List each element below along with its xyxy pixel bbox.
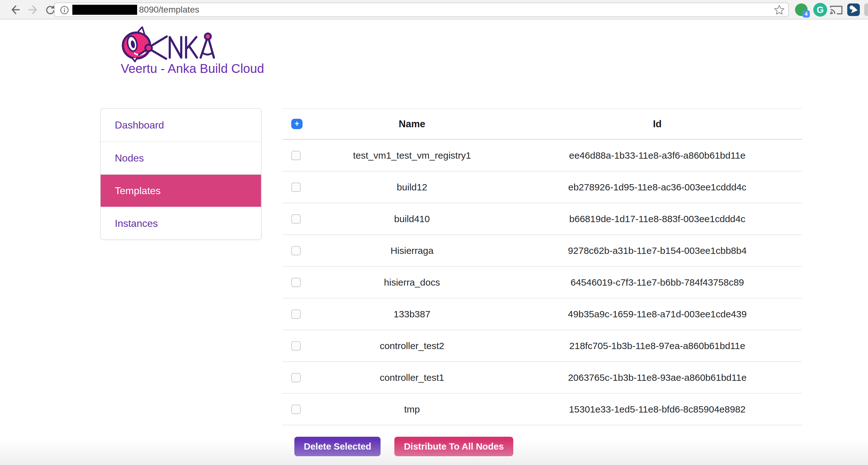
column-header-id: Id	[513, 119, 802, 130]
row-checkbox[interactable]	[291, 182, 301, 192]
forward-icon[interactable]	[28, 4, 39, 15]
row-checkbox[interactable]	[291, 405, 301, 414]
sidebar-item-dashboard[interactable]: Dashboard	[101, 109, 261, 141]
template-id: ee46d88a-1b33-11e8-a3f6-a860b61bd11e	[513, 150, 802, 161]
partial-extension-icon[interactable]	[864, 3, 868, 16]
template-name: build12	[311, 182, 513, 193]
sidebar-item-templates[interactable]: Templates	[101, 174, 261, 207]
template-row: build12eb278926-1d95-11e8-ac36-003ee1cdd…	[282, 171, 802, 203]
template-row: tmp15301e33-1ed5-11e8-bfd6-8c85904e8982	[282, 394, 802, 425]
template-name: tmp	[311, 404, 513, 415]
redacted-host	[72, 5, 137, 15]
page-title: Veertu - Anka Build Cloud	[121, 62, 264, 76]
template-name: controller_test1	[311, 372, 513, 383]
templates-table-body: test_vm1_test_vm_registry1ee46d88a-1b33-…	[282, 140, 802, 425]
table-header-row: + Name Id	[282, 108, 802, 140]
template-id: 2063765c-1b3b-11e8-93ae-a860b61bd11e	[513, 372, 802, 383]
sidebar-item-label: Nodes	[115, 153, 144, 164]
row-checkbox[interactable]	[291, 341, 301, 351]
template-name: 133b387	[311, 309, 513, 320]
column-header-name: Name	[311, 119, 513, 130]
sidebar-item-label: Instances	[115, 218, 158, 229]
bottom-fade	[0, 440, 868, 465]
template-name: test_vm1_test_vm_registry1	[311, 150, 513, 161]
template-row: test_vm1_test_vm_registry1ee46d88a-1b33-…	[282, 140, 802, 171]
sidebar-menu: DashboardNodesTemplatesInstances	[100, 108, 262, 240]
template-id: 9278c62b-a31b-11e7-b154-003ee1cbb8b4	[513, 245, 802, 256]
row-checkbox[interactable]	[291, 246, 301, 256]
row-checkbox[interactable]	[291, 214, 301, 224]
row-checkbox[interactable]	[291, 151, 301, 160]
anka-logo	[121, 26, 215, 63]
sidebar-item-instances[interactable]: Instances	[101, 207, 261, 239]
back-icon[interactable]	[9, 4, 21, 15]
template-name: controller_test2	[311, 340, 513, 351]
row-checkbox[interactable]	[291, 309, 301, 319]
extension-badge: 4	[803, 10, 810, 18]
template-name: Hisierraga	[311, 245, 513, 256]
template-id: 64546019-c7f3-11e7-b6bb-784f43758c89	[513, 277, 802, 288]
template-name: hisierra_docs	[311, 277, 513, 288]
template-row: 133b38749b35a9c-1659-11e8-a71d-003ee1cde…	[282, 298, 802, 330]
url-text[interactable]: 8090/templates	[139, 3, 199, 16]
template-row: controller_test2218fc705-1b3b-11e8-97ea-…	[282, 330, 802, 362]
browser-toolbar: 8090/templates 4 G	[0, 0, 868, 20]
templates-table: + Name Id test_vm1_test_vm_registry1ee46…	[282, 108, 802, 425]
row-checkbox[interactable]	[291, 278, 301, 287]
row-checkbox[interactable]	[291, 373, 301, 383]
add-template-button[interactable]: +	[291, 119, 303, 129]
template-name: build410	[311, 214, 513, 224]
template-row: Hisierraga9278c62b-a31b-11e7-b154-003ee1…	[282, 235, 802, 267]
blue-extension-icon[interactable]	[847, 3, 860, 16]
sidebar-item-label: Dashboard	[115, 120, 164, 131]
template-id: 49b35a9c-1659-11e8-a71d-003ee1cde439	[513, 309, 802, 320]
template-row: controller_test12063765c-1b3b-11e8-93ae-…	[282, 362, 802, 394]
address-bar[interactable]: 8090/templates	[54, 2, 789, 17]
sidebar-item-nodes[interactable]: Nodes	[101, 141, 261, 174]
template-id: b66819de-1d17-11e8-883f-003ee1cddd4c	[513, 214, 802, 224]
grammarly-extension-icon[interactable]: G	[813, 3, 827, 16]
template-row: hisierra_docs64546019-c7f3-11e7-b6bb-784…	[282, 267, 802, 298]
sidebar-item-label: Templates	[115, 185, 161, 197]
template-id: 218fc705-1b3b-11e8-97ea-a860b61bd11e	[513, 340, 802, 351]
bookmark-star-icon[interactable]	[774, 4, 785, 15]
info-icon[interactable]	[60, 5, 69, 15]
cast-icon[interactable]	[829, 4, 843, 16]
template-id: eb278926-1d95-11e8-ac36-003ee1cddd4c	[513, 182, 802, 193]
template-row: build410b66819de-1d17-11e8-883f-003ee1cd…	[282, 203, 802, 235]
template-id: 15301e33-1ed5-11e8-bfd6-8c85904e8982	[513, 404, 802, 415]
